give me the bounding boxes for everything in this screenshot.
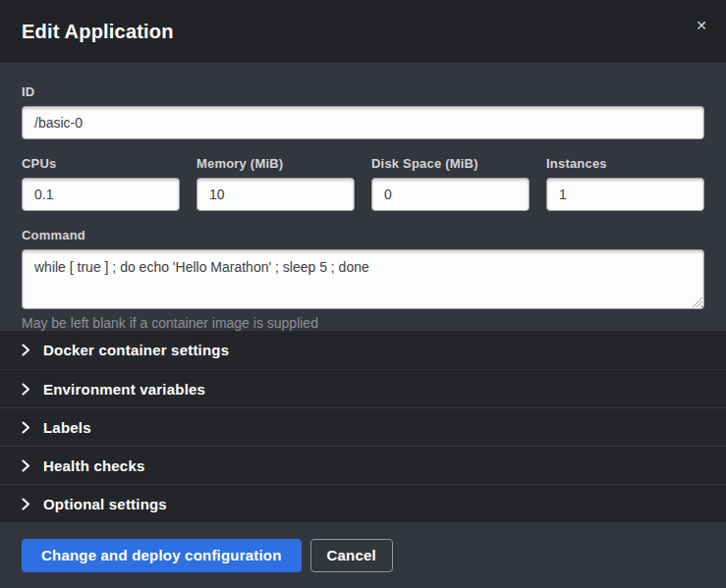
section-label: Labels — [43, 419, 91, 436]
accordion-sections: Docker container settings Environment va… — [0, 331, 726, 522]
id-label: ID — [22, 84, 704, 99]
modal-footer: Change and deploy configuration Cancel — [0, 522, 726, 588]
instances-field-group: Instances — [546, 156, 704, 211]
chevron-right-icon — [22, 459, 30, 472]
cpus-field-group: CPUs — [22, 156, 180, 211]
command-textarea[interactable]: while [ true ] ; do echo 'Hello Marathon… — [22, 249, 704, 309]
id-field-group: ID — [22, 84, 704, 139]
chevron-right-icon — [22, 498, 30, 510]
section-health-checks[interactable]: Health checks — [0, 446, 726, 484]
modal-body: ID CPUs Memory (MiB) Disk Space (MiB) In… — [0, 63, 726, 331]
section-label: Optional settings — [43, 496, 167, 512]
memory-label: Memory (MiB) — [196, 156, 355, 171]
chevron-right-icon — [22, 421, 30, 434]
instances-label: Instances — [546, 156, 704, 171]
disk-field-group: Disk Space (MiB) — [371, 156, 530, 211]
section-labels[interactable]: Labels — [0, 407, 726, 446]
command-label: Command — [22, 228, 704, 242]
section-environment-variables[interactable]: Environment variables — [0, 369, 726, 407]
chevron-right-icon — [22, 344, 30, 356]
modal-header: Edit Application ✕ — [0, 0, 726, 63]
edit-application-modal: Edit Application ✕ ID CPUs Memory (MiB) … — [0, 0, 726, 588]
cpus-label: CPUs — [22, 156, 180, 171]
resources-row: CPUs Memory (MiB) Disk Space (MiB) Insta… — [22, 156, 704, 211]
memory-input[interactable] — [196, 178, 355, 211]
disk-input[interactable] — [371, 178, 530, 211]
cancel-button[interactable]: Cancel — [310, 539, 393, 572]
instances-input[interactable] — [546, 178, 704, 211]
section-label: Docker container settings — [43, 342, 229, 358]
section-label: Health checks — [43, 457, 144, 474]
close-icon[interactable]: ✕ — [693, 17, 710, 34]
section-label: Environment variables — [43, 381, 205, 398]
memory-field-group: Memory (MiB) — [196, 156, 355, 211]
change-and-deploy-button[interactable]: Change and deploy configuration — [22, 539, 302, 572]
section-docker-container-settings[interactable]: Docker container settings — [0, 331, 726, 369]
section-optional-settings[interactable]: Optional settings — [0, 484, 726, 522]
command-textarea-wrap: while [ true ] ; do echo 'Hello Marathon… — [22, 249, 704, 309]
modal-title: Edit Application — [22, 21, 174, 43]
chevron-right-icon — [22, 383, 30, 396]
command-help-text: May be left blank if a container image i… — [22, 315, 704, 331]
command-field-group: Command while [ true ] ; do echo 'Hello … — [22, 228, 704, 331]
disk-label: Disk Space (MiB) — [371, 156, 530, 171]
cpus-input[interactable] — [22, 178, 180, 211]
id-input[interactable] — [22, 106, 704, 139]
